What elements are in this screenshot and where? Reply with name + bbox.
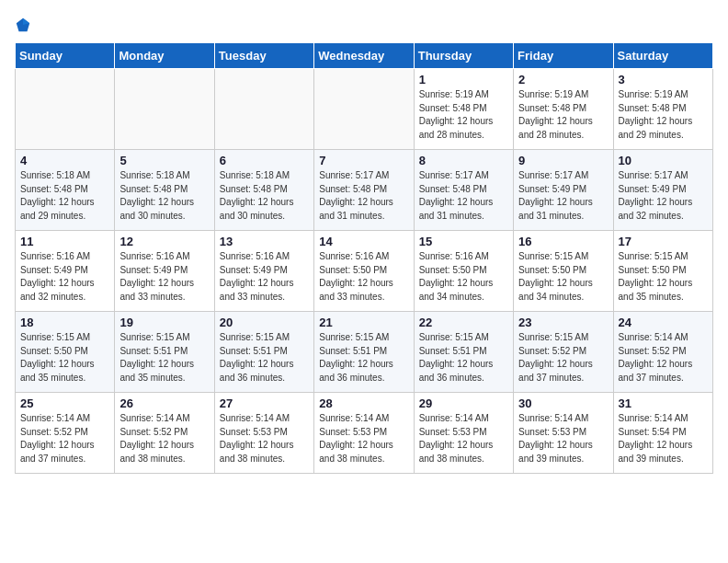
- day-info: Sunrise: 5:16 AMSunset: 5:50 PMDaylight:…: [419, 250, 508, 304]
- day-info: Sunrise: 5:18 AMSunset: 5:48 PMDaylight:…: [220, 169, 309, 223]
- day-header-tuesday: Tuesday: [214, 43, 313, 69]
- calendar-cell: 1Sunrise: 5:19 AMSunset: 5:48 PMDaylight…: [414, 69, 513, 150]
- calendar-cell: 31Sunrise: 5:14 AMSunset: 5:54 PMDayligh…: [613, 393, 712, 474]
- calendar-cell: 14Sunrise: 5:16 AMSunset: 5:50 PMDayligh…: [314, 231, 414, 312]
- calendar-cell: 6Sunrise: 5:18 AMSunset: 5:48 PMDaylight…: [214, 150, 313, 231]
- day-info: Sunrise: 5:15 AMSunset: 5:51 PMDaylight:…: [220, 331, 309, 385]
- day-number: 26: [119, 396, 209, 410]
- day-info: Sunrise: 5:15 AMSunset: 5:50 PMDaylight:…: [20, 331, 109, 385]
- day-number: 11: [20, 235, 109, 248]
- day-number: 23: [518, 316, 608, 329]
- day-number: 24: [619, 316, 708, 329]
- calendar-cell: 11Sunrise: 5:16 AMSunset: 5:49 PMDayligh…: [16, 231, 115, 312]
- day-number: 21: [319, 316, 408, 329]
- calendar-cell: 9Sunrise: 5:17 AMSunset: 5:49 PMDaylight…: [514, 150, 613, 231]
- day-number: 17: [619, 235, 708, 248]
- day-info: Sunrise: 5:15 AMSunset: 5:52 PMDaylight:…: [518, 331, 608, 385]
- calendar-table: SundayMondayTuesdayWednesdayThursdayFrid…: [15, 42, 713, 474]
- day-info: Sunrise: 5:19 AMSunset: 5:48 PMDaylight:…: [419, 88, 508, 142]
- calendar-week-row: 25Sunrise: 5:14 AMSunset: 5:52 PMDayligh…: [16, 393, 713, 474]
- calendar-cell: 18Sunrise: 5:15 AMSunset: 5:50 PMDayligh…: [16, 312, 115, 393]
- calendar-cell: [16, 69, 115, 150]
- day-header-wednesday: Wednesday: [314, 43, 414, 69]
- calendar-cell: 29Sunrise: 5:14 AMSunset: 5:53 PMDayligh…: [414, 393, 513, 474]
- calendar-cell: 26Sunrise: 5:14 AMSunset: 5:52 PMDayligh…: [115, 393, 214, 474]
- day-number: 7: [319, 154, 408, 167]
- calendar-cell: 28Sunrise: 5:14 AMSunset: 5:53 PMDayligh…: [314, 393, 414, 474]
- day-info: Sunrise: 5:16 AMSunset: 5:49 PMDaylight:…: [119, 250, 209, 304]
- day-number: 13: [220, 235, 309, 248]
- calendar-week-row: 11Sunrise: 5:16 AMSunset: 5:49 PMDayligh…: [16, 231, 713, 312]
- day-info: Sunrise: 5:15 AMSunset: 5:51 PMDaylight:…: [119, 331, 209, 385]
- calendar-cell: 22Sunrise: 5:15 AMSunset: 5:51 PMDayligh…: [414, 312, 513, 393]
- day-header-monday: Monday: [115, 43, 214, 69]
- day-header-thursday: Thursday: [414, 43, 513, 69]
- day-number: 6: [220, 154, 309, 167]
- calendar-cell: 16Sunrise: 5:15 AMSunset: 5:50 PMDayligh…: [514, 231, 613, 312]
- day-number: 1: [419, 73, 508, 86]
- calendar-cell: 21Sunrise: 5:15 AMSunset: 5:51 PMDayligh…: [314, 312, 414, 393]
- day-number: 10: [619, 154, 708, 167]
- day-info: Sunrise: 5:14 AMSunset: 5:53 PMDaylight:…: [319, 412, 408, 465]
- day-info: Sunrise: 5:17 AMSunset: 5:48 PMDaylight:…: [419, 169, 508, 223]
- day-number: 8: [419, 154, 508, 167]
- day-number: 19: [119, 316, 209, 329]
- calendar-cell: 12Sunrise: 5:16 AMSunset: 5:49 PMDayligh…: [115, 231, 214, 312]
- day-number: 18: [20, 316, 109, 329]
- calendar-cell: 23Sunrise: 5:15 AMSunset: 5:52 PMDayligh…: [514, 312, 613, 393]
- calendar-week-row: 18Sunrise: 5:15 AMSunset: 5:50 PMDayligh…: [16, 312, 713, 393]
- calendar-cell: 4Sunrise: 5:18 AMSunset: 5:48 PMDaylight…: [16, 150, 115, 231]
- day-number: 25: [20, 396, 109, 410]
- day-number: 9: [518, 154, 608, 167]
- day-info: Sunrise: 5:16 AMSunset: 5:49 PMDaylight:…: [220, 250, 309, 304]
- day-info: Sunrise: 5:18 AMSunset: 5:48 PMDaylight:…: [119, 169, 209, 223]
- day-info: Sunrise: 5:14 AMSunset: 5:52 PMDaylight:…: [20, 412, 109, 465]
- calendar-cell: 15Sunrise: 5:16 AMSunset: 5:50 PMDayligh…: [414, 231, 513, 312]
- day-number: 31: [619, 396, 708, 410]
- day-info: Sunrise: 5:15 AMSunset: 5:50 PMDaylight:…: [619, 250, 708, 304]
- day-info: Sunrise: 5:14 AMSunset: 5:52 PMDaylight:…: [619, 331, 708, 385]
- calendar-cell: 13Sunrise: 5:16 AMSunset: 5:49 PMDayligh…: [214, 231, 313, 312]
- day-info: Sunrise: 5:17 AMSunset: 5:49 PMDaylight:…: [619, 169, 708, 223]
- day-info: Sunrise: 5:18 AMSunset: 5:48 PMDaylight:…: [20, 169, 109, 223]
- logo: [15, 15, 35, 33]
- calendar-cell: 5Sunrise: 5:18 AMSunset: 5:48 PMDaylight…: [115, 150, 214, 231]
- day-number: 4: [20, 154, 109, 167]
- day-number: 30: [518, 396, 608, 410]
- calendar-cell: 17Sunrise: 5:15 AMSunset: 5:50 PMDayligh…: [613, 231, 712, 312]
- calendar-cell: 10Sunrise: 5:17 AMSunset: 5:49 PMDayligh…: [613, 150, 712, 231]
- calendar-cell: 30Sunrise: 5:14 AMSunset: 5:53 PMDayligh…: [514, 393, 613, 474]
- day-info: Sunrise: 5:15 AMSunset: 5:51 PMDaylight:…: [419, 331, 508, 385]
- calendar-cell: [115, 69, 214, 150]
- calendar-cell: [214, 69, 313, 150]
- calendar-cell: 7Sunrise: 5:17 AMSunset: 5:48 PMDaylight…: [314, 150, 414, 231]
- day-info: Sunrise: 5:17 AMSunset: 5:48 PMDaylight:…: [319, 169, 408, 223]
- day-number: 3: [619, 73, 708, 86]
- day-number: 28: [319, 396, 408, 410]
- day-number: 12: [119, 235, 209, 248]
- calendar-cell: 25Sunrise: 5:14 AMSunset: 5:52 PMDayligh…: [16, 393, 115, 474]
- calendar-cell: 3Sunrise: 5:19 AMSunset: 5:48 PMDaylight…: [613, 69, 712, 150]
- calendar-header-row: SundayMondayTuesdayWednesdayThursdayFrid…: [16, 43, 713, 69]
- calendar-cell: 8Sunrise: 5:17 AMSunset: 5:48 PMDaylight…: [414, 150, 513, 231]
- day-info: Sunrise: 5:19 AMSunset: 5:48 PMDaylight:…: [518, 88, 608, 142]
- day-info: Sunrise: 5:14 AMSunset: 5:53 PMDaylight:…: [518, 412, 608, 465]
- day-info: Sunrise: 5:14 AMSunset: 5:54 PMDaylight:…: [619, 412, 708, 465]
- day-number: 15: [419, 235, 508, 248]
- day-info: Sunrise: 5:19 AMSunset: 5:48 PMDaylight:…: [619, 88, 708, 142]
- day-info: Sunrise: 5:14 AMSunset: 5:52 PMDaylight:…: [119, 412, 209, 465]
- day-info: Sunrise: 5:16 AMSunset: 5:49 PMDaylight:…: [20, 250, 109, 304]
- day-info: Sunrise: 5:15 AMSunset: 5:51 PMDaylight:…: [319, 331, 408, 385]
- day-number: 27: [220, 396, 309, 410]
- day-info: Sunrise: 5:17 AMSunset: 5:49 PMDaylight:…: [518, 169, 608, 223]
- day-number: 2: [518, 73, 608, 86]
- calendar-cell: 19Sunrise: 5:15 AMSunset: 5:51 PMDayligh…: [115, 312, 214, 393]
- calendar-cell: [314, 69, 414, 150]
- day-number: 22: [419, 316, 508, 329]
- calendar-cell: 27Sunrise: 5:14 AMSunset: 5:53 PMDayligh…: [214, 393, 313, 474]
- day-number: 16: [518, 235, 608, 248]
- logo-icon: [15, 17, 31, 33]
- page-header: [15, 15, 713, 33]
- day-info: Sunrise: 5:14 AMSunset: 5:53 PMDaylight:…: [220, 412, 309, 465]
- calendar-cell: 2Sunrise: 5:19 AMSunset: 5:48 PMDaylight…: [514, 69, 613, 150]
